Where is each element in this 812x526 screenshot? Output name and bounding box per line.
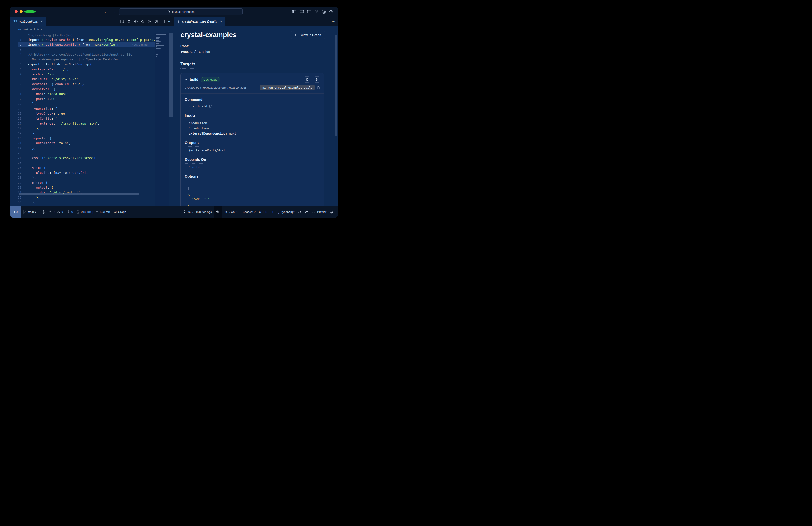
previous-change-icon[interactable] (134, 19, 138, 24)
caret (188, 187, 189, 190)
code-line[interactable]: 15 typeCheck: true, (10, 111, 155, 116)
git-graph-status-item[interactable] (41, 206, 47, 217)
copy-icon[interactable] (317, 86, 320, 89)
close-window-button[interactable] (15, 10, 18, 13)
file-size-item[interactable]: 9.88 KB | 1.03 MB (75, 206, 112, 217)
customize-layout-icon[interactable] (315, 10, 318, 13)
code-editor[interactable]: You, 3 minutes ago | 1 author (You) 1imp… (10, 33, 174, 206)
codelens-row[interactable]: Run crystal-examples targets via nx|Open… (10, 57, 155, 62)
tab-project-details[interactable]: crystal-examples Details × (174, 17, 225, 26)
back-button[interactable]: ← (104, 9, 108, 14)
refresh-icon[interactable] (127, 20, 131, 24)
code-line[interactable]: 30 output: { (10, 185, 155, 190)
code-line[interactable]: 33 }, (10, 200, 155, 205)
zoom-status-item[interactable] (214, 206, 222, 217)
split-editor-icon[interactable] (161, 20, 165, 23)
toggle-sidebar-icon[interactable] (292, 10, 296, 13)
minimize-window-button[interactable] (20, 10, 23, 13)
encoding-item[interactable]: UTF-8 (257, 206, 269, 217)
code-line[interactable]: 2import { defineNuxtConfig } from 'nuxt/… (10, 42, 155, 47)
toggle-secondary-sidebar-icon[interactable] (307, 10, 311, 13)
breadcrumb[interactable]: TS nuxt.config.ts › ... (10, 26, 174, 33)
git-branch-item[interactable]: main (21, 206, 41, 217)
remote-indicator[interactable]: >< (10, 206, 21, 217)
code-line[interactable]: 23 (10, 151, 155, 155)
maximize-window-button[interactable] (25, 10, 35, 13)
nx-run-command-chip[interactable]: nx run crystal-examples:build (260, 85, 315, 90)
view-in-graph-button[interactable]: View In Graph (291, 31, 325, 39)
blame-status-item[interactable]: You, 2 minutes ago (182, 206, 214, 217)
copilot-status-item[interactable] (303, 206, 310, 217)
more-actions-icon[interactable]: ⋯ (332, 19, 335, 24)
next-change-icon[interactable] (147, 19, 151, 24)
account-icon[interactable] (322, 10, 326, 14)
code-line[interactable]: 10 devServer: { (10, 87, 155, 91)
code-line[interactable]: 3 (10, 47, 155, 52)
notifications-item[interactable] (328, 206, 335, 217)
panel-scrollbar[interactable] (334, 35, 337, 137)
code-line[interactable]: 29 nitro: { (10, 180, 155, 185)
current-change-icon[interactable] (141, 20, 144, 23)
breadcrumb-symbol[interactable]: ... (43, 28, 46, 31)
horizontal-scrollbar[interactable] (19, 194, 139, 195)
code-line[interactable]: 16 tsConfig: { (10, 116, 155, 121)
type-value: Application (190, 50, 210, 54)
settings-gear-icon[interactable] (329, 10, 333, 14)
view-target-button[interactable] (304, 76, 310, 83)
code-line[interactable]: 20 imports: { (10, 136, 155, 141)
problems-item[interactable]: 1 0 (47, 206, 64, 217)
code-line[interactable]: 18 }, (10, 126, 155, 131)
tab-nuxt-config[interactable]: TS nuxt.config.ts × (10, 17, 46, 26)
code-line[interactable]: 11 host: 'localhost', (10, 91, 155, 96)
code-line[interactable]: 12 port: 4200, (10, 97, 155, 101)
code-line[interactable]: 22 }, (10, 146, 155, 151)
timeline-icon[interactable] (155, 20, 158, 24)
line-number: 7 (10, 72, 21, 76)
code-line[interactable]: 19 }, (10, 131, 155, 136)
code-line[interactable]: 34}); (10, 205, 155, 206)
codelens-open-link[interactable]: Open Project Details View (86, 57, 118, 62)
code-line[interactable]: 8 buildDir: './dist/.nuxt', (10, 76, 155, 82)
code-line[interactable]: 28 }, (10, 175, 155, 180)
code-line[interactable]: 1import { nxViteTsPaths } from '@nx/vite… (10, 37, 155, 42)
close-icon[interactable]: × (41, 19, 43, 24)
eol-item[interactable]: LF (269, 206, 276, 217)
code-line[interactable]: 32 }, (10, 195, 155, 200)
prettier-item[interactable]: Prettier (310, 206, 328, 217)
run-target-button[interactable] (314, 76, 320, 83)
ports-item[interactable]: 0 (65, 206, 75, 217)
extension-status-item[interactable] (296, 206, 303, 217)
code-line[interactable]: 4// https://nuxt.com/docs/api/configurat… (10, 52, 155, 57)
code-line[interactable]: 21 autoImport: false, (10, 141, 155, 145)
code-line[interactable]: 27 plugins: [nxViteTsPaths()], (10, 170, 155, 175)
code-line[interactable]: 26 vite: { (10, 166, 155, 170)
code-line[interactable]: 6 workspaceDir: './', (10, 67, 155, 72)
cursor-position-item[interactable]: Ln 2, Col 48 (222, 206, 241, 217)
code-line[interactable]: 25 (10, 160, 155, 165)
more-actions-icon[interactable]: ⋯ (168, 19, 172, 24)
forward-button[interactable]: → (112, 9, 116, 14)
code-line[interactable]: 7 srcDir: 'src', (10, 72, 155, 76)
external-link-icon[interactable] (209, 105, 212, 108)
target-name[interactable]: build (190, 77, 198, 82)
code-line[interactable]: 5export default defineNuxtConfig({ (10, 62, 155, 67)
codelens-run-link[interactable]: Run crystal-examples targets via nx (32, 57, 77, 62)
code-line[interactable]: 14 typescript: { (10, 106, 155, 111)
minimap[interactable] (155, 33, 169, 206)
code-line[interactable]: 13 }, (10, 101, 155, 106)
chevron-up-icon[interactable] (185, 78, 188, 81)
vertical-scrollbar[interactable] (169, 33, 173, 117)
code-line[interactable]: 9 devtools: { enabled: true }, (10, 82, 155, 87)
command-center-search[interactable]: crystal-examples (119, 9, 243, 15)
options-json-editor[interactable]: { "cwd": "." } (185, 184, 320, 206)
code-line[interactable]: 24 css: ['~/assets/css/styles.scss'], (10, 155, 155, 160)
breadcrumb-file[interactable]: nuxt.config.ts (23, 28, 40, 31)
toggle-panel-icon[interactable] (300, 10, 304, 13)
blame-annotation: You, 3 minutes ago | 1 author (You) (10, 33, 174, 37)
git-graph-button[interactable]: Git Graph (112, 206, 128, 217)
close-icon[interactable]: × (220, 19, 222, 24)
code-line[interactable]: 17 extends: './tsconfig.app.json', (10, 121, 155, 126)
indentation-item[interactable]: Spaces: 2 (241, 206, 257, 217)
open-changes-icon[interactable] (120, 20, 124, 24)
language-mode-item[interactable]: {}TypeScript (276, 206, 296, 217)
